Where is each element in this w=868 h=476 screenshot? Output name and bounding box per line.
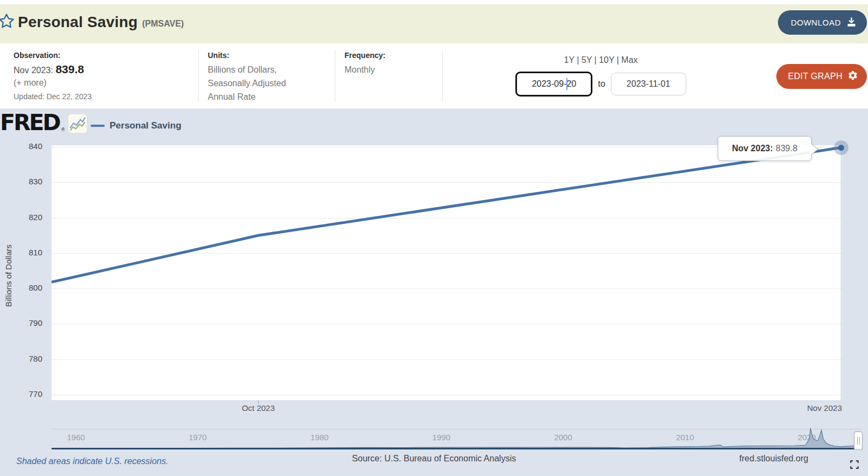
download-button-label: DOWNLOAD	[791, 18, 841, 27]
source-text: Source: U.S. Bureau of Economic Analysis	[0, 454, 868, 464]
units-block: Units: Billions of Dollars, Seasonally A…	[208, 51, 314, 104]
y-tick-830: 830	[0, 177, 42, 186]
fullscreen-icon[interactable]	[850, 460, 859, 472]
preset-separator: |	[575, 55, 582, 65]
tooltip-value: 839.8	[776, 144, 797, 153]
observation-updated: Updated: Dec 22, 2023	[14, 92, 92, 101]
legend-line-swatch	[91, 125, 105, 127]
observation-block: Observation: Nov 2023: 839.8 (+ more) Up…	[14, 51, 92, 101]
fred-chart-icon	[67, 113, 88, 136]
range-preset-5y[interactable]: 5Y	[582, 55, 592, 65]
date-row: to	[442, 72, 760, 97]
data-point-marker[interactable]	[838, 145, 844, 151]
x-tick-mark	[258, 400, 259, 404]
page-header: Personal Saving (PMSAVE) DOWNLOAD	[0, 4, 868, 43]
range-presets: 1Y | 5Y | 10Y | Max	[442, 55, 760, 65]
fred-logo: FRED ®	[0, 112, 88, 136]
fred-wordmark: FRED	[0, 112, 60, 133]
x-tick-nov-2023: Nov 2023	[807, 403, 842, 413]
date-to-label: to	[598, 79, 605, 89]
tooltip-date: Nov 2023:	[732, 144, 773, 153]
date-range-block: 1Y | 5Y | 10Y | Max to	[442, 43, 760, 108]
download-icon	[846, 16, 857, 29]
start-date-wrap	[515, 72, 592, 97]
series-id: (PMSAVE)	[142, 19, 184, 29]
y-tick-770: 770	[0, 389, 42, 398]
divider	[335, 50, 335, 102]
gear-icon	[847, 70, 858, 83]
navigator-handle[interactable]	[854, 432, 863, 450]
legend-series-label: Personal Saving	[110, 120, 181, 131]
edit-graph-button[interactable]: EDIT GRAPH	[776, 64, 867, 89]
chart-tooltip: Nov 2023: 839.8	[718, 136, 812, 161]
info-bar: Observation: Nov 2023: 839.8 (+ more) Up…	[0, 43, 868, 108]
y-tick-790: 790	[0, 318, 42, 327]
observation-label: Observation:	[14, 51, 92, 60]
main-series-line	[52, 145, 842, 400]
preset-separator: |	[614, 55, 621, 65]
range-preset-10y[interactable]: 10Y	[599, 55, 614, 65]
range-preset-max[interactable]: Max	[621, 55, 637, 65]
observation-value: 839.8	[55, 63, 84, 75]
divider	[198, 50, 199, 102]
frequency-value: Monthly	[344, 63, 431, 76]
range-preset-1y[interactable]: 1Y	[564, 55, 574, 65]
x-tick-oct-2023: Oct 2023	[226, 403, 291, 413]
y-tick-780: 780	[0, 354, 42, 363]
frequency-label: Frequency:	[344, 51, 431, 60]
y-tick-800: 800	[0, 283, 42, 292]
frequency-block: Frequency: Monthly	[344, 51, 431, 76]
navigator-baseline	[52, 448, 863, 449]
download-button[interactable]: DOWNLOAD	[778, 10, 867, 35]
site-link[interactable]: fred.stlouisfed.org	[739, 454, 808, 464]
end-date-input[interactable]	[611, 73, 686, 95]
start-date-input[interactable]	[515, 72, 592, 97]
registered-mark: ®	[61, 127, 65, 132]
crosshair-line	[841, 147, 841, 400]
observation-line: Nov 2023: 839.8	[14, 63, 92, 76]
preset-separator: |	[592, 55, 599, 65]
observation-date: Nov 2023:	[14, 66, 55, 75]
page-title: Personal Saving	[18, 14, 138, 31]
units-label: Units:	[208, 51, 314, 60]
favorite-star-icon[interactable]	[0, 13, 15, 31]
chart-section: FRED ® Personal Saving Billions of Dolla…	[0, 108, 868, 476]
observation-more-link[interactable]: (+ more)	[14, 78, 92, 88]
y-tick-810: 810	[0, 248, 42, 257]
navigator-area-chart[interactable]	[52, 426, 856, 449]
title-wrap: Personal Saving (PMSAVE)	[1, 13, 184, 31]
legend: Personal Saving	[91, 120, 181, 131]
y-tick-820: 820	[0, 213, 42, 222]
edit-graph-label: EDIT GRAPH	[788, 72, 843, 81]
y-tick-840: 840	[0, 141, 42, 151]
top-strip	[0, 0, 868, 4]
text-caret	[566, 78, 567, 90]
units-value: Billions of Dollars, Seasonally Adjusted…	[208, 63, 314, 104]
